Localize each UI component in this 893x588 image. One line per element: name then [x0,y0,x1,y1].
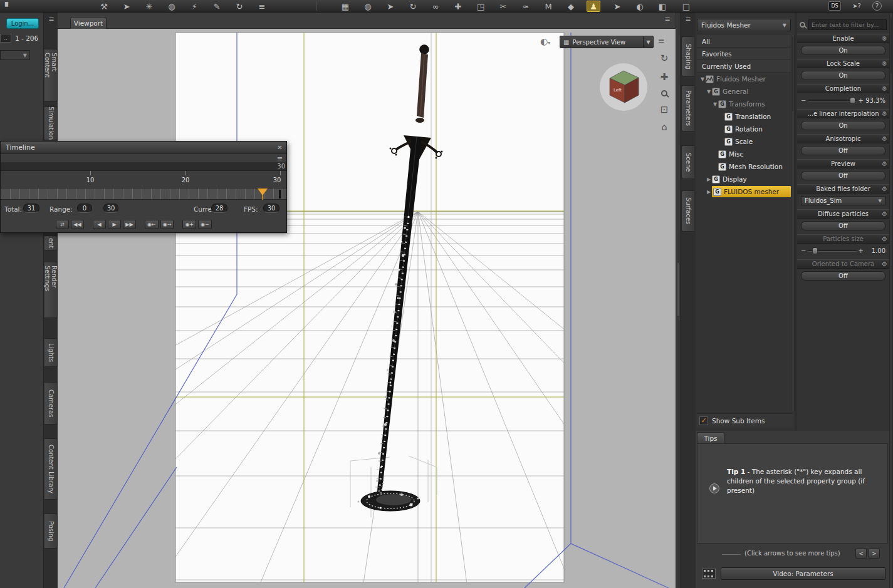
preview-toggle-button[interactable]: Off [801,171,885,180]
gear-icon[interactable]: ⚙ [882,260,887,267]
gear-icon[interactable]: ⚙ [882,110,887,117]
filter-favorites[interactable]: Favorites [697,48,791,60]
param-header-enable[interactable]: Enable⚙ [797,34,889,43]
slider-plus[interactable]: + [859,97,864,104]
completion-slider[interactable]: − + 93.3% [801,95,885,105]
surface-selection-icon[interactable]: ◆ [564,1,578,12]
step-forward-button[interactable]: ▶▶ [123,220,136,229]
next-key-button[interactable]: ◉→ [160,220,174,229]
view-selector[interactable]: ▦ Perspective View ▼ [560,36,654,48]
daz-studio-badge[interactable]: DS [828,1,841,11]
tree-item-general[interactable]: ▼ G General [697,85,791,98]
pointer-help-icon[interactable]: ➤? [850,1,864,12]
tab-cameras[interactable]: Cameras [44,382,58,425]
loop-playback-button[interactable]: ⇄ [56,220,69,229]
tree-item-misc[interactable]: G Misc [697,148,791,160]
cube-tool-icon[interactable]: □ [679,1,693,12]
layout-grid-icon[interactable]: ▦ [338,1,352,12]
tab-shaping[interactable]: Shaping [681,36,694,76]
expander-icon[interactable]: ▶ [706,177,712,182]
powerpose-tool-icon[interactable]: ⚡ [187,1,201,12]
right-strip-menu-icon[interactable]: ≡ [684,16,692,23]
param-header-oriented-to-camera[interactable]: Oriented to Camera⚙ [797,259,889,269]
total-field[interactable]: 31 [23,204,39,213]
cut-tool-icon[interactable]: ✂ [496,1,510,12]
tree-item-fluidos-mesher[interactable]: ▼ Fluidos Mesher [697,73,791,85]
gear-icon[interactable]: ⚙ [882,35,887,42]
tab-scene[interactable]: Scene [681,145,694,179]
camera-cube-icon[interactable]: ◧ [655,1,669,12]
anisotropic-toggle-button[interactable]: Off [801,146,885,155]
left-dropdown[interactable]: ▼ [0,50,30,60]
tree-item-translation[interactable]: G Translation [697,110,791,123]
tab-render-settings[interactable]: Render Settings [44,262,58,318]
geometry-sphere-icon[interactable]: ◍ [361,1,375,12]
reset-view-tool[interactable]: ⌂ [657,120,672,134]
filter-input[interactable] [808,19,887,30]
go-to-start-button[interactable]: ◀◀ [71,220,84,229]
tab-tips[interactable]: Tips [697,432,724,443]
scale-tool-icon[interactable]: ◳ [474,1,488,12]
translate-tool-icon[interactable]: ✚ [451,1,465,12]
tab-parameters[interactable]: Parameters [681,85,694,132]
tab-simulation[interactable]: Simulation [44,106,58,140]
magnet-tool-icon[interactable]: M [541,1,555,12]
pointer-alt-icon[interactable]: ➤ [610,1,624,12]
rotate-tool-icon[interactable]: ↻ [406,1,420,12]
viewport-pane-menu-icon[interactable]: ≡ [663,16,672,23]
selected-highlight[interactable]: G FLUIDOS mesher [712,186,791,197]
video-parameters-button[interactable]: Video: Parameters [721,567,885,580]
tab-lights[interactable]: Lights [44,338,58,367]
tab-ent[interactable]: ent [44,235,58,250]
step-back-button[interactable]: ◀ [93,220,106,229]
enable-toggle-button[interactable]: On [801,46,885,55]
node-select-icon[interactable]: ➤ [384,1,397,12]
param-header-linear-interpolation[interactable]: ...e linear interpolation⚙ [797,109,889,118]
frame-view-tool[interactable]: ⊡ [657,103,672,116]
viewport-options-menu-icon[interactable]: ≡ [658,36,665,45]
right-panel-scrollbar[interactable] [889,13,893,588]
expander-icon[interactable]: ▼ [712,101,718,107]
slider-track[interactable] [808,250,856,252]
param-header-particles-size[interactable]: Particles size⚙ [797,234,889,244]
expander-icon[interactable]: ▼ [706,89,712,95]
refresh-tool-icon[interactable]: ↻ [232,1,246,12]
pointer-tool-icon[interactable]: ➤ [120,1,133,12]
login-button[interactable]: Login... [6,18,39,29]
oriented-to-camera-toggle-button[interactable]: Off [801,271,885,281]
view-selector-arrow[interactable]: ▼ [643,36,653,48]
slider-minus[interactable]: − [801,247,806,254]
help-icon[interactable]: ? [872,1,882,11]
world-tool-icon[interactable]: ◍ [165,1,179,12]
slider-plus[interactable]: + [859,247,864,254]
linear-interpolation-toggle-button[interactable]: On [801,121,885,130]
param-header-anisotropic[interactable]: Anisotropic⚙ [797,134,889,143]
param-header-preview[interactable]: Preview⚙ [797,159,889,168]
loop-tool-icon[interactable]: ∞ [429,1,442,12]
fps-field[interactable]: 30 [263,204,279,213]
expander-icon[interactable]: ▼ [699,76,706,82]
prev-key-button[interactable]: ◉← [145,220,159,229]
pan-view-tool[interactable]: ✚ [657,70,672,84]
param-header-completion[interactable]: Completion⚙ [797,84,889,93]
rotate-view-tool[interactable]: ↻ [657,51,672,65]
slider-minus[interactable]: − [801,97,806,104]
sphere-shade-icon[interactable]: ◐ [633,1,647,12]
filter-all[interactable]: All [697,35,791,48]
slider-thumb[interactable] [850,97,855,104]
timeline-mini-ruler[interactable]: 30 [1,162,286,171]
slider-thumb[interactable] [812,247,818,254]
gear-icon[interactable]: ⚙ [882,135,887,142]
param-header-diffuse-particles[interactable]: Diffuse particles⚙ [797,209,889,219]
tree-item-mesh-resolution[interactable]: G Mesh Resolution [697,160,791,173]
viewport-scrollbar-thumb[interactable] [677,262,679,317]
tree-item-rotation[interactable]: G Rotation [697,123,791,135]
tree-item-transforms[interactable]: ▼ G Transforms [697,98,791,110]
align-tool-icon[interactable]: ≡ [255,1,269,12]
right-panel-scrollbar-thumb[interactable] [890,18,892,74]
gear-icon[interactable]: ⚙ [882,60,887,67]
drawstyle-ball-icon[interactable]: ◐▾ [540,36,550,46]
param-header-baked-files-folder[interactable]: Baked files folder⚙ [797,184,889,193]
param-header-lock-scale[interactable]: Lock Scale⚙ [797,59,889,68]
tree-item-fluidos-mesher-node[interactable]: ▶ G FLUIDOS mesher [697,185,791,198]
